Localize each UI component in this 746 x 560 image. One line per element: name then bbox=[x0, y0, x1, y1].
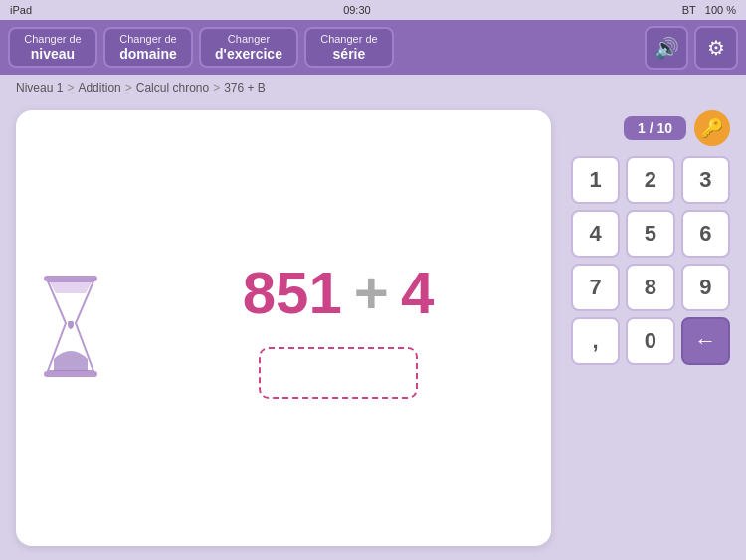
hourglass bbox=[36, 272, 115, 385]
status-device: iPad bbox=[10, 4, 32, 16]
progress-badge: 1 / 10 bbox=[624, 116, 686, 140]
key-6[interactable]: 6 bbox=[681, 210, 730, 258]
breadcrumb: Niveau 1 > Addition > Calcul chrono > 37… bbox=[0, 75, 746, 100]
right-panel: 1 / 10 🔑 123456789,0← bbox=[571, 110, 730, 546]
exercise-card: 851 + 4 bbox=[16, 110, 551, 546]
status-battery: BT 100 % bbox=[682, 4, 736, 16]
breadcrumb-item-1[interactable]: Addition bbox=[78, 81, 120, 94]
hint-icon: 🔑 bbox=[701, 117, 723, 139]
change-level-button[interactable]: Changer de niveau bbox=[8, 27, 97, 69]
math-operator: + bbox=[354, 259, 389, 327]
status-bar: iPad 09:30 BT 100 % bbox=[0, 0, 746, 20]
breadcrumb-item-0[interactable]: Niveau 1 bbox=[16, 81, 63, 94]
change-series-button[interactable]: Changer de série bbox=[304, 27, 394, 69]
progress-area: 1 / 10 🔑 bbox=[571, 110, 730, 146]
numpad: 123456789,0← bbox=[571, 156, 730, 365]
exercise-content: 851 + 4 bbox=[36, 259, 531, 399]
breadcrumb-sep-2: > bbox=[213, 81, 220, 94]
key-1[interactable]: 1 bbox=[571, 156, 620, 204]
key-3[interactable]: 3 bbox=[681, 156, 730, 204]
breadcrumb-item-3: 376 + B bbox=[224, 81, 266, 94]
backspace-key[interactable]: ← bbox=[681, 317, 730, 365]
settings-button[interactable]: ⚙ bbox=[694, 26, 738, 70]
status-time: 09:30 bbox=[343, 4, 371, 16]
breadcrumb-item-2[interactable]: Calcul chrono bbox=[136, 81, 209, 94]
math-num1: 851 bbox=[243, 259, 342, 327]
comma-key[interactable]: , bbox=[571, 317, 620, 365]
key-5[interactable]: 5 bbox=[626, 210, 674, 258]
key-7[interactable]: 7 bbox=[571, 264, 620, 311]
sound-icon: 🔊 bbox=[654, 36, 679, 60]
breadcrumb-sep-1: > bbox=[125, 81, 132, 94]
change-domain-button[interactable]: Changer de domaine bbox=[103, 27, 193, 69]
change-exercise-button[interactable]: Changer d'exercice bbox=[199, 27, 298, 69]
breadcrumb-sep-0: > bbox=[67, 81, 74, 94]
answer-input-box[interactable] bbox=[259, 347, 418, 399]
main-area: 851 + 4 1 / 10 🔑 123456789,0← bbox=[0, 100, 746, 556]
header: Changer de niveau Changer de domaine Cha… bbox=[0, 20, 746, 75]
math-num2: 4 bbox=[401, 259, 434, 327]
math-expression: 851 + 4 bbox=[243, 259, 435, 327]
sound-button[interactable]: 🔊 bbox=[645, 26, 688, 70]
key-2[interactable]: 2 bbox=[626, 156, 674, 204]
key-8[interactable]: 8 bbox=[626, 264, 674, 311]
key-4[interactable]: 4 bbox=[571, 210, 620, 258]
key-9[interactable]: 9 bbox=[681, 264, 730, 311]
settings-icon: ⚙ bbox=[707, 36, 725, 60]
key-0[interactable]: 0 bbox=[626, 317, 674, 365]
math-area: 851 + 4 bbox=[145, 259, 531, 399]
hint-button[interactable]: 🔑 bbox=[694, 110, 730, 146]
